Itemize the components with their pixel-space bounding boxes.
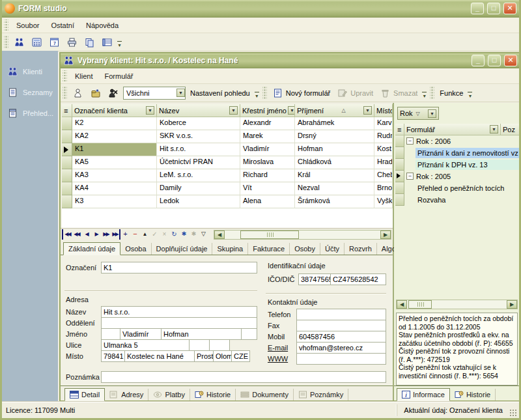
collapse-icon[interactable]: − [406, 173, 414, 180]
tab-historie[interactable]: Historie [190, 389, 236, 400]
prijmeni-field[interactable]: Hofman [161, 328, 242, 340]
menubar-grip[interactable] [4, 20, 8, 30]
scrollbar-thumb[interactable] [408, 300, 432, 309]
toolbar-grip[interactable] [262, 87, 267, 99]
row-selector[interactable] [62, 195, 72, 208]
minimize-button[interactable]: _ [471, 3, 484, 14]
psc-field[interactable]: 79841 [101, 350, 125, 362]
cp-field[interactable] [189, 339, 210, 351]
www-field[interactable] [296, 353, 386, 365]
nav-fast-next-button[interactable]: ▶▶ [101, 229, 111, 240]
row-selector[interactable] [395, 182, 404, 194]
fax-field[interactable] [296, 320, 386, 331]
row-selector[interactable] [62, 156, 72, 169]
table-row-selected[interactable]: K1 Hit s.r.o. Vladimír Hofman Kost [62, 143, 393, 156]
maximize-button[interactable]: □ [488, 55, 501, 66]
toolbar-overflow[interactable]: ▾ [116, 35, 123, 49]
nazev-field[interactable]: Hit s.r.o. [101, 306, 257, 318]
delete-form-button[interactable]: Smazat [376, 85, 421, 100]
column-header-formular[interactable]: Formulář▼ [404, 124, 501, 135]
nav-cancel-button[interactable]: × [160, 229, 169, 240]
column-header-misto[interactable]: Místo [374, 104, 393, 117]
scrollbar-thumb[interactable] [240, 231, 299, 239]
resize-grip[interactable] [509, 409, 517, 417]
nav-bookmark-button[interactable]: ✱ [179, 229, 189, 240]
scrollbar-track[interactable]: ◀ ▶ [396, 300, 518, 309]
clients-button[interactable] [10, 35, 28, 49]
grid-horizontal-scrollbar[interactable]: ◀ ▶ [214, 230, 391, 240]
toolbar-overflow[interactable]: ▾ [253, 86, 260, 100]
row-selector[interactable] [395, 135, 404, 147]
tab-adresy[interactable]: Adresy [105, 389, 148, 400]
nav-insert-button[interactable]: + [120, 229, 130, 240]
table-row[interactable]: KA3 LeM. s.r.o. Richard Král Cheb [62, 169, 393, 182]
scroll-left-icon[interactable]: ◀ [214, 231, 225, 239]
filter-dropdown-icon[interactable]: ▼ [490, 125, 498, 133]
row-selector[interactable] [62, 169, 72, 182]
menu-napoveda[interactable]: Nápověda [80, 20, 124, 31]
nav-goto-bookmark-button[interactable]: ✱ [189, 229, 199, 240]
forms-horizontal-scrollbar[interactable]: ◀ ▶ [396, 300, 518, 309]
tab-detail[interactable]: Detail [64, 388, 105, 401]
grid-corner-button[interactable]: ≡ [62, 104, 72, 117]
sidebar-item-prehled[interactable]: Přehled... [2, 103, 58, 124]
misto-field[interactable]: Kostelec na Hané [124, 350, 195, 362]
scroll-left-icon[interactable]: ◀ [397, 300, 407, 309]
ico-field[interactable]: 38747565 [298, 273, 331, 285]
tab-skupina[interactable]: Skupina [212, 243, 248, 255]
tab-poznamky[interactable]: Poznámky [294, 389, 348, 400]
tab-fakturace[interactable]: Fakturace [248, 243, 290, 255]
nav-prior-button[interactable]: ◀ [81, 229, 91, 240]
group-by-rok-box[interactable]: Rok ▽ ▼ [397, 107, 439, 120]
form-item[interactable]: Rozvaha [395, 194, 520, 206]
table-row[interactable]: KA4 Damily Vít Nezval Brno [62, 182, 393, 195]
table-row[interactable]: K3 Ledok Alena Šrámková Vyšk [62, 195, 393, 208]
dic-field[interactable]: CZ475628542 [330, 273, 386, 285]
form-item[interactable]: Přiznání k DPH vz. 13 [395, 159, 520, 171]
row-selector[interactable] [62, 143, 72, 156]
filter-dropdown-icon[interactable]: ▼ [288, 106, 295, 115]
titul-field[interactable] [101, 328, 120, 340]
sidebar-item-klienti[interactable]: Klienti [2, 61, 58, 82]
edit-form-button[interactable]: Upravit [333, 85, 376, 100]
www-link-label[interactable]: WWW [268, 355, 288, 363]
tab-ucty[interactable]: Účty [320, 243, 345, 255]
group-row[interactable]: −Rok : 2006 [395, 135, 520, 147]
titul-za-field[interactable] [241, 328, 257, 340]
mobil-field[interactable]: 604587456 [296, 331, 386, 343]
tab-doplnujici-udaje[interactable]: Doplňující údaje [152, 243, 213, 255]
menu-formular[interactable]: Formulář [99, 70, 139, 82]
toolbar-grip[interactable] [430, 87, 434, 99]
table-row[interactable]: KA2 SKR v.o.s. Marek Drsný Rudr [62, 130, 393, 143]
row-selector[interactable] [395, 159, 404, 171]
form-item[interactable]: Přehled o peněžních tocích [395, 182, 520, 194]
print-button[interactable] [63, 35, 81, 49]
column-header-nazev[interactable]: Název▼ [157, 104, 240, 117]
filter-dropdown-icon[interactable]: ▼ [146, 106, 154, 115]
jmeno-field[interactable]: Vladimír [120, 328, 162, 340]
row-selector[interactable] [62, 130, 72, 143]
co-field[interactable] [209, 339, 230, 351]
row-selector[interactable] [395, 147, 404, 159]
nav-next-button[interactable]: ▶ [91, 229, 101, 240]
nav-first-button[interactable]: ◀◀ [62, 229, 72, 240]
minimize-button[interactable]: _ [472, 55, 485, 66]
filter-dropdown-icon[interactable]: ▼ [229, 106, 238, 115]
delete-client-button[interactable] [104, 85, 122, 100]
nav-post-button[interactable]: ✓ [150, 229, 160, 240]
tab-historie[interactable]: Historie [450, 389, 496, 400]
row-selector[interactable] [395, 194, 404, 206]
row-selector[interactable] [62, 117, 72, 130]
add-client-button[interactable] [69, 85, 87, 100]
menu-soubor[interactable]: Soubor [10, 20, 45, 31]
ulice-field[interactable]: Ulmanka 5 [101, 339, 190, 351]
scroll-right-icon[interactable]: ▶ [507, 300, 517, 309]
row-selector[interactable] [62, 182, 72, 195]
collapse-icon[interactable]: − [406, 137, 414, 145]
toolbar-grip[interactable] [4, 36, 8, 48]
poznamka-field[interactable] [101, 371, 386, 383]
menubar-grip[interactable] [63, 70, 67, 81]
tab-dokumenty[interactable]: Dokumenty [236, 389, 294, 400]
nav-filter-button[interactable]: ▽ [199, 229, 208, 240]
telefon-field[interactable] [296, 309, 386, 320]
